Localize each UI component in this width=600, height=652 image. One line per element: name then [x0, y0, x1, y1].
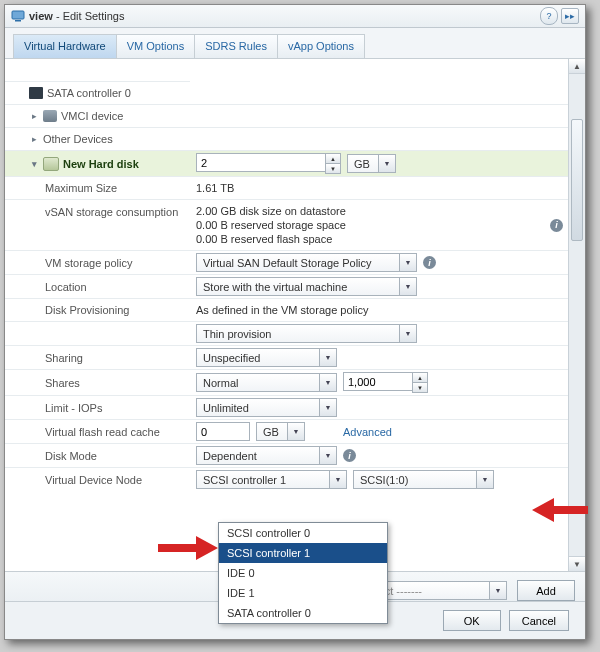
device-label: VMCI device [61, 110, 123, 122]
vdn-slot-select[interactable]: SCSI(1:0) ▼ [353, 470, 494, 489]
flash-advanced-link[interactable]: Advanced [343, 426, 392, 438]
hardware-list: ▼ SATA controller 0 ▸ VMCI device [5, 59, 569, 571]
vsan-text: 2.00 GB disk size on datastore 0.00 B re… [196, 204, 346, 246]
chevron-down-icon[interactable]: ▼ [400, 324, 417, 343]
expand-icon[interactable]: ▸ [29, 134, 39, 144]
row-provisioning-note: Disk Provisioning As defined in the VM s… [5, 298, 569, 321]
provisioning-select[interactable]: Thin provision ▼ [196, 324, 417, 343]
row-shares: Shares Normal ▼ ▲▼ [5, 369, 569, 395]
chevron-down-icon[interactable]: ▼ [400, 253, 417, 272]
shares-spinner[interactable]: ▲▼ [343, 372, 428, 393]
row-max-size: Maximum Size 1.61 TB [5, 176, 569, 199]
scroll-thumb[interactable] [571, 119, 583, 241]
cancel-button[interactable]: Cancel [509, 610, 569, 631]
info-icon[interactable]: i [423, 256, 436, 269]
chevron-down-icon[interactable]: ▼ [400, 277, 417, 296]
chevron-down-icon[interactable]: ▼ [379, 154, 396, 173]
svg-rect-0 [12, 11, 24, 19]
sharing-select[interactable]: Unspecified ▼ [196, 348, 337, 367]
scroll-up-icon[interactable]: ▲ [569, 59, 585, 74]
scroll-down-icon[interactable]: ▼ [569, 556, 585, 571]
disk-size-spinner[interactable]: ▲▼ [196, 153, 341, 174]
info-icon[interactable]: i [343, 449, 356, 462]
help-button[interactable]: ? [540, 7, 558, 25]
device-other[interactable]: ▸ Other Devices [5, 127, 569, 150]
hardware-panel: ▼ SATA controller 0 ▸ VMCI device [5, 59, 585, 571]
vdn-controller-select[interactable]: SCSI controller 1 ▼ [196, 470, 347, 489]
vertical-scrollbar[interactable]: ▲ ▼ [568, 59, 585, 571]
vm-icon [11, 9, 25, 23]
title-sub: Edit Settings [63, 10, 125, 22]
flash-input[interactable] [196, 422, 250, 441]
chevron-down-icon[interactable]: ▼ [330, 470, 347, 489]
device-new-hard-disk[interactable]: ▾ New Hard disk ▲▼ GB ▼ [5, 150, 569, 176]
dropdown-option[interactable]: SCSI controller 0 [219, 523, 387, 543]
row-disk-mode: Disk Mode Dependent ▼ i [5, 443, 569, 467]
row-location: Location Store with the virtual machine … [5, 274, 569, 298]
dropdown-option-selected[interactable]: SCSI controller 1 [219, 543, 387, 563]
device-label: SATA controller 0 [47, 87, 131, 99]
expand-button[interactable]: ▸▸ [561, 8, 579, 24]
disk-mode-select[interactable]: Dependent ▼ [196, 446, 337, 465]
ok-button[interactable]: OK [443, 610, 501, 631]
device-row-cut: ▼ [5, 59, 569, 81]
row-provisioning: Thin provision ▼ [5, 321, 569, 345]
max-size-value: 1.61 TB [196, 182, 234, 194]
flash-unit-select[interactable]: GB ▼ [256, 422, 305, 441]
shares-input[interactable] [343, 372, 413, 391]
disk-size-unit[interactable]: GB ▼ [347, 154, 396, 173]
chevron-down-icon[interactable]: ▼ [490, 581, 507, 600]
tab-vapp-options[interactable]: vApp Options [277, 34, 365, 58]
chevron-down-icon[interactable]: ▼ [320, 398, 337, 417]
iops-select[interactable]: Unlimited ▼ [196, 398, 337, 417]
row-storage-policy: VM storage policy Virtual SAN Default St… [5, 250, 569, 274]
device-vmci[interactable]: ▸ VMCI device [5, 104, 569, 127]
dropdown-option[interactable]: IDE 1 [219, 583, 387, 603]
collapse-icon[interactable]: ▾ [29, 159, 39, 169]
chevron-down-icon[interactable]: ▼ [477, 470, 494, 489]
row-virtual-device-node: Virtual Device Node SCSI controller 1 ▼ … [5, 467, 569, 491]
add-button[interactable]: Add [517, 580, 575, 601]
shares-select[interactable]: Normal ▼ [196, 373, 337, 392]
device-label: Other Devices [43, 133, 113, 145]
storage-policy-select[interactable]: Virtual SAN Default Storage Policy ▼ [196, 253, 417, 272]
row-vsan: vSAN storage consumption 2.00 GB disk si… [5, 199, 569, 250]
location-select[interactable]: Store with the virtual machine ▼ [196, 277, 417, 296]
dropdown-option[interactable]: SATA controller 0 [219, 603, 387, 623]
title-app: view [29, 10, 53, 22]
tab-strip: Virtual Hardware VM Options SDRS Rules v… [5, 28, 585, 59]
controller-icon [29, 87, 43, 99]
tab-vm-options[interactable]: VM Options [116, 34, 195, 58]
provisioning-note: As defined in the VM storage policy [196, 304, 368, 316]
device-label: New Hard disk [63, 158, 139, 170]
svg-rect-1 [15, 20, 21, 22]
vmci-icon [43, 110, 57, 122]
row-iops: Limit - IOPs Unlimited ▼ [5, 395, 569, 419]
tab-virtual-hardware[interactable]: Virtual Hardware [13, 34, 117, 58]
chevron-down-icon[interactable]: ▼ [320, 348, 337, 367]
device-sata[interactable]: SATA controller 0 [5, 81, 569, 104]
row-flash: Virtual flash read cache GB ▼ Advanced [5, 419, 569, 443]
harddisk-icon [43, 157, 59, 171]
disk-size-input[interactable] [196, 153, 326, 172]
dropdown-option[interactable]: IDE 0 [219, 563, 387, 583]
chevron-down-icon[interactable]: ▼ [320, 373, 337, 392]
info-icon[interactable]: i [550, 219, 563, 232]
chevron-down-icon[interactable]: ▼ [320, 446, 337, 465]
tab-sdrs-rules[interactable]: SDRS Rules [194, 34, 278, 58]
spinner-buttons[interactable]: ▲▼ [325, 153, 341, 174]
titlebar: view - Edit Settings ? ▸▸ [5, 5, 585, 28]
expand-icon[interactable]: ▸ [29, 111, 39, 121]
row-sharing: Sharing Unspecified ▼ [5, 345, 569, 369]
chevron-down-icon[interactable]: ▼ [288, 422, 305, 441]
vdn-controller-dropdown[interactable]: SCSI controller 0 SCSI controller 1 IDE … [218, 522, 388, 624]
